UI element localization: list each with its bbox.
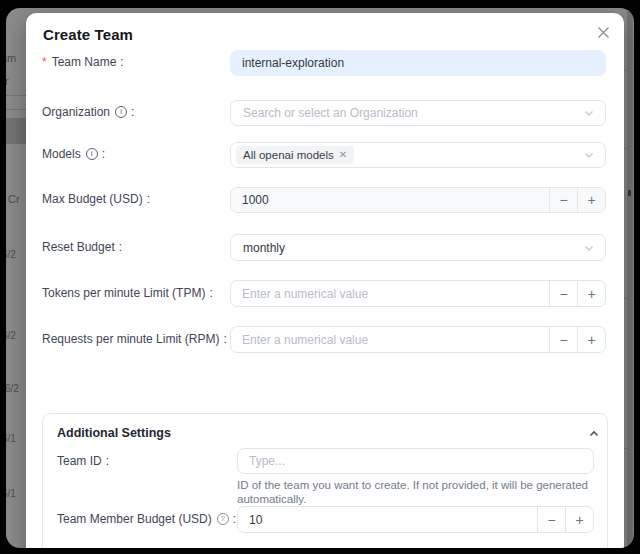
chevron-down-icon <box>583 149 595 161</box>
models-label: Models i : <box>42 147 105 161</box>
increment-button[interactable]: + <box>577 327 605 352</box>
close-button[interactable] <box>592 21 614 43</box>
organization-label: Organization i : <box>42 105 134 119</box>
team-member-budget-label: Team Member Budget (USD) ? : <box>57 512 236 526</box>
additional-settings-header[interactable]: Additional Settings <box>57 426 171 440</box>
team-id-input[interactable] <box>238 449 593 473</box>
reset-budget-value: monthly <box>231 241 583 255</box>
model-tag: All openai models ✕ <box>236 146 354 164</box>
info-icon[interactable]: i <box>115 106 127 118</box>
decrement-button[interactable]: − <box>549 327 577 352</box>
create-team-modal: Create Team * Team Name : Organization i… <box>26 13 624 548</box>
team-id-label: Team ID : <box>57 454 109 468</box>
increment-button[interactable]: + <box>577 188 605 212</box>
close-icon <box>597 26 610 39</box>
bg-dark-band <box>6 118 26 144</box>
bg-text-fragment: 6/2 <box>6 330 16 341</box>
team-member-budget-stepper: − + <box>237 506 594 533</box>
bg-text-fragment: ar <box>6 75 9 87</box>
team-id-field-wrap <box>237 448 594 474</box>
chevron-down-icon <box>583 107 595 119</box>
organization-placeholder: Search or select an Organization <box>231 106 583 120</box>
required-mark: * <box>42 55 47 69</box>
bg-divider <box>624 70 634 71</box>
additional-settings-section: Additional Settings Team ID : ID of the … <box>42 413 608 548</box>
modal-title: Create Team <box>43 26 133 43</box>
bg-scroll-strip <box>627 8 633 548</box>
team-name-label: * Team Name : <box>42 55 124 69</box>
collapse-chevron-up-icon[interactable] <box>585 426 603 442</box>
reset-budget-label: Reset Budget : <box>42 240 122 254</box>
screen: am ar Cr 6/2 6/2 6/2 6/1 6/1 Create Team <box>0 0 640 554</box>
team-id-help-text: ID of the team you want to create. If no… <box>237 478 605 506</box>
max-budget-stepper: − + <box>230 187 606 213</box>
dimmed-background-window: am ar Cr 6/2 6/2 6/2 6/1 6/1 Create Team <box>6 8 634 548</box>
bg-text-fragment: am <box>6 52 16 64</box>
models-select[interactable]: All openai models ✕ <box>230 142 606 168</box>
team-member-budget-input[interactable] <box>238 507 537 532</box>
decrement-button[interactable]: − <box>549 188 577 212</box>
bg-text-fragment: 6/2 <box>6 383 19 394</box>
info-icon[interactable]: i <box>86 148 98 160</box>
tpm-input[interactable] <box>231 281 549 306</box>
team-name-field-wrap <box>230 50 606 76</box>
bg-divider <box>624 148 634 149</box>
tpm-stepper: − + <box>230 280 606 307</box>
bg-divider <box>6 95 26 96</box>
max-budget-label: Max Budget (USD) : <box>42 192 150 206</box>
help-icon[interactable]: ? <box>217 513 229 525</box>
organization-select[interactable]: Search or select an Organization <box>230 100 606 126</box>
tag-remove-icon[interactable]: ✕ <box>339 150 347 160</box>
bg-divider <box>624 448 634 449</box>
rpm-input[interactable] <box>231 327 549 352</box>
reset-budget-select[interactable]: monthly <box>230 234 606 261</box>
increment-button[interactable]: + <box>565 507 593 532</box>
decrement-button[interactable]: − <box>537 507 565 532</box>
bg-divider <box>624 298 634 299</box>
bg-text-fragment <box>628 190 631 196</box>
tpm-label: Tokens per minute Limit (TPM) : <box>42 286 213 300</box>
increment-button[interactable]: + <box>577 281 605 306</box>
bg-divider <box>6 109 26 110</box>
chevron-down-icon <box>583 242 595 254</box>
bg-text-fragment: 6/1 <box>6 488 16 499</box>
bg-text-fragment: 6/2 <box>6 249 16 260</box>
bg-text-fragment: Cr <box>8 193 20 205</box>
decrement-button[interactable]: − <box>549 281 577 306</box>
team-name-input[interactable] <box>231 51 605 75</box>
rpm-stepper: − + <box>230 326 606 353</box>
bg-text-fragment: 6/1 <box>6 433 16 444</box>
max-budget-input[interactable] <box>231 188 549 212</box>
rpm-label: Requests per minute Limit (RPM) : <box>42 332 227 346</box>
